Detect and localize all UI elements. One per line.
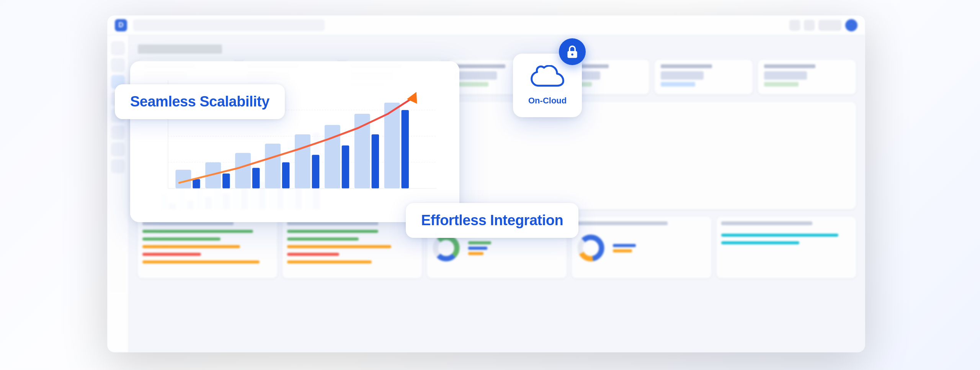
bottom-chart-1	[138, 217, 277, 278]
svg-rect-21	[325, 125, 340, 188]
svg-rect-18	[282, 162, 289, 188]
svg-marker-27	[407, 90, 421, 104]
svg-rect-14	[222, 174, 230, 188]
bottom-chart-5-title	[721, 221, 812, 225]
topbar-actions	[789, 19, 858, 31]
svg-rect-19	[295, 134, 310, 188]
logo-icon: D	[115, 19, 127, 31]
sidebar	[107, 35, 129, 352]
sidebar-item-users[interactable]	[111, 142, 125, 156]
bottom-chart-2	[283, 217, 422, 278]
svg-rect-20	[312, 155, 319, 188]
svg-rect-24	[372, 134, 379, 188]
stat-badge-live	[661, 82, 695, 87]
sidebar-item-help[interactable]	[111, 159, 125, 173]
stat-card-revenue	[758, 60, 856, 94]
bottom-chart-4	[572, 217, 711, 278]
bottom-chart-4-title	[577, 221, 668, 225]
svg-rect-11	[175, 170, 191, 188]
cloud-icon	[530, 65, 565, 91]
search-bar[interactable]	[133, 20, 325, 31]
svg-point-29	[571, 54, 573, 56]
svg-rect-26	[401, 110, 408, 188]
settings-icon[interactable]	[804, 20, 815, 31]
svg-rect-15	[235, 153, 251, 188]
stat-label-revenue	[764, 64, 815, 68]
svg-rect-16	[252, 168, 260, 188]
sidebar-item-analytics[interactable]	[111, 58, 125, 72]
scene: D	[0, 0, 980, 370]
svg-rect-23	[354, 114, 370, 188]
svg-rect-22	[342, 146, 349, 188]
lock-icon	[565, 45, 579, 59]
svg-rect-12	[193, 179, 200, 188]
avatar[interactable]	[845, 19, 858, 31]
sidebar-item-home[interactable]	[111, 41, 125, 55]
sidebar-item-settings[interactable]	[111, 126, 125, 139]
stat-value-ctr	[454, 71, 497, 80]
topbar: D	[107, 15, 865, 35]
stat-label-ctr	[454, 64, 505, 68]
bottom-chart-5	[717, 217, 856, 278]
callout-scalability: Seamless Scalability	[115, 84, 285, 119]
stat-label-live	[661, 64, 712, 68]
user-btn[interactable]	[818, 20, 841, 31]
callout-integration: Effortless Integration	[406, 203, 578, 238]
svg-rect-17	[265, 144, 281, 188]
stat-value-live	[661, 71, 704, 80]
stat-value-revenue	[764, 71, 807, 80]
callout-integration-text: Effortless Integration	[421, 212, 563, 228]
stat-card-live	[655, 60, 753, 94]
page-title	[138, 44, 222, 54]
notification-icon[interactable]	[789, 20, 800, 31]
cloud-label: On-Cloud	[528, 96, 567, 106]
callout-scalability-text: Seamless Scalability	[130, 93, 270, 110]
stat-badge-revenue	[764, 82, 799, 87]
lock-badge	[559, 38, 586, 65]
